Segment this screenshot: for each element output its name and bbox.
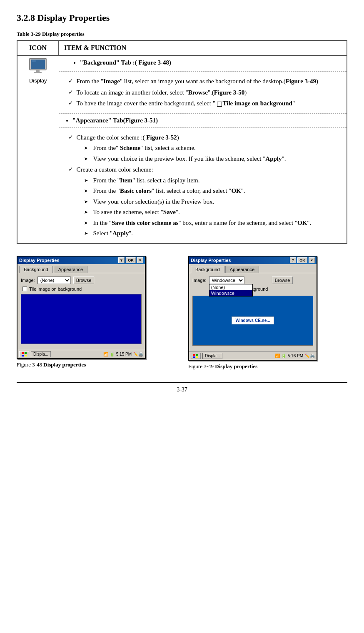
appearance-content-section: Change the color scheme :( Figure 3-52) … — [59, 128, 347, 243]
custom-color-arrows: From the "Item" list, select a display i… — [77, 176, 341, 238]
dialog-body-2: Image: Windowsce (None) (None) Windowsce… — [189, 273, 317, 351]
color-scheme-item: Change the color scheme :( Figure 3-52) … — [67, 133, 341, 164]
tab-appearance-1[interactable]: Appearance — [54, 266, 87, 273]
taskbar-item-2[interactable]: Displa... — [202, 353, 222, 359]
image-select-2[interactable]: Windowsce (None) — [209, 277, 244, 284]
checkbox-inline — [217, 102, 222, 107]
svg-rect-9 — [193, 354, 195, 356]
ok-btn-1[interactable]: OK — [126, 257, 136, 263]
screenshots-row: Display Properties ? OK × Background App… — [17, 256, 347, 370]
svg-rect-8 — [25, 355, 27, 356]
svg-rect-10 — [196, 354, 198, 356]
image-row-1: Image: (None) Browse — [21, 277, 142, 284]
ok-btn-2[interactable]: OK — [297, 257, 307, 263]
figure-3-48-caption: Figure 3-48 Display properties — [17, 361, 86, 368]
appearance-tab-label: "Appearance" Tab(Figure 3-51) — [72, 117, 158, 124]
arrow-scheme-1: From the" Scheme" list, select a scheme. — [84, 143, 341, 153]
clock-2: 📶 🔋 5:16 PM ✏️🖨️ — [275, 354, 315, 358]
background-tab-label: "Background" Tab :( — [80, 59, 137, 66]
browse-btn-2[interactable]: Browse — [272, 277, 293, 284]
figure-3-49-dialog: Display Properties ? OK × Background App… — [188, 256, 317, 361]
ce-logo: Windows CE.ne... — [232, 316, 274, 324]
arrow-custom-2: From the "Basic colors" list, select a c… — [84, 186, 341, 196]
dropdown-list-2: (None) Windowsce — [209, 284, 253, 297]
icon-label: Display — [29, 77, 47, 84]
tile-label-1: Tile image on background — [29, 287, 82, 292]
taskbar-item-1[interactable]: Displa... — [31, 351, 51, 357]
check-item-3: To have the image cover the entire backg… — [67, 99, 341, 108]
tile-checkbox-1[interactable] — [22, 287, 27, 291]
figure-3-48-dialog: Display Properties ? OK × Background App… — [17, 256, 146, 359]
background-check-list: From the "Image" list, select an image y… — [65, 77, 341, 108]
checkbox-row-1: Tile image on background — [22, 287, 142, 292]
custom-color-item: Create a custom color scheme: From the "… — [67, 165, 341, 238]
dialog-title-1: Display Properties — [19, 258, 60, 263]
image-select-1[interactable]: (None) — [37, 277, 71, 284]
svg-rect-4 — [32, 60, 36, 62]
help-btn-2[interactable]: ? — [290, 257, 297, 263]
pen-icon-2: ✏️🖨️ — [305, 354, 315, 358]
background-tab-bullet: "Background" Tab :( Figure 3-48) — [80, 59, 341, 66]
figure-3-48-block: Display Properties ? OK × Background App… — [17, 256, 176, 368]
tabs-1: Background Appearance — [17, 264, 145, 273]
tab-appearance-2[interactable]: Appearance — [225, 266, 259, 273]
help-btn-1[interactable]: ? — [118, 257, 125, 263]
image-label-1: Image: — [21, 278, 35, 283]
svg-rect-6 — [25, 352, 27, 354]
background-checklist-section: From the "Image" list, select an image y… — [59, 72, 347, 114]
check-item-1: From the "Image" list, select an image y… — [67, 77, 341, 86]
page-number: 3-37 — [17, 382, 347, 393]
figure-3-49-block: Display Properties ? OK × Background App… — [188, 256, 347, 370]
tabs-2: Background Appearance — [189, 264, 317, 273]
time-display-2: 5:16 PM — [288, 354, 303, 358]
dropdown-none[interactable]: (None) — [209, 284, 252, 290]
titlebar-btns-2: ? OK × — [290, 257, 315, 263]
arrow-custom-5: In the "Save this color scheme as" box, … — [84, 218, 341, 228]
time-icons-1: 📶 🔋 — [103, 352, 115, 356]
appearance-tab-bullet: "Appearance" Tab(Figure 3-51) — [72, 117, 341, 124]
svg-rect-11 — [193, 356, 195, 358]
check-item-2: To locate an image in another folder, se… — [67, 88, 341, 97]
taskbar-1: Displa... 📶 🔋 5:15 PM ✏️🖨️ — [17, 350, 145, 358]
svg-rect-7 — [22, 355, 24, 356]
svg-rect-3 — [34, 72, 42, 73]
close-btn-1[interactable]: × — [137, 257, 143, 263]
image-row-2: Image: Windowsce (None) (None) Windowsce… — [192, 277, 313, 284]
appearance-tab-section: "Appearance" Tab(Figure 3-51) — [59, 114, 347, 128]
browse-btn-1[interactable]: Browse — [73, 277, 95, 284]
time-icons-2: 📶 🔋 — [275, 354, 286, 358]
icon-cell: Display — [17, 55, 59, 244]
dialog-title-2: Display Properties — [191, 258, 231, 263]
titlebar-1: Display Properties ? OK × — [17, 257, 145, 264]
start-btn-1[interactable] — [19, 351, 29, 357]
figure-3-49-caption: Figure 3-49 Display properties — [188, 363, 257, 370]
col-header-icon: ICON — [17, 40, 59, 55]
section-title: 3.2.8 Display Properties — [17, 12, 347, 23]
background-tab-section: "Background" Tab :( Figure 3-48) — [59, 56, 347, 72]
arrow-scheme-2: View your choice in the preview box. If … — [84, 154, 341, 164]
preview-2: Windows CE.ne... — [192, 296, 313, 346]
dropdown-windowsce[interactable]: Windowsce — [209, 290, 252, 296]
tab-background-1[interactable]: Background — [19, 266, 53, 273]
arrow-custom-4: To save the scheme, select "Save". — [84, 207, 341, 217]
main-table: ICON ITEM & FUNCTION — [17, 40, 347, 244]
content-cell: "Background" Tab :( Figure 3-48) From th… — [59, 55, 347, 244]
pen-icon-1: ✏️🖨️ — [133, 352, 143, 356]
figure-3-48-ref: Figure 3-48 — [139, 59, 169, 66]
color-scheme-arrows: From the" Scheme" list, select a scheme.… — [77, 143, 341, 163]
taskbar-2: Displa... 📶 🔋 5:16 PM ✏️🖨️ — [189, 351, 317, 360]
svg-rect-12 — [196, 356, 198, 358]
start-btn-2[interactable] — [191, 353, 201, 359]
appearance-check-list: Change the color scheme :( Figure 3-52) … — [65, 133, 341, 238]
arrow-custom-6: Select "Apply". — [84, 229, 341, 238]
arrow-custom-3: View your color selection(s) in the Prev… — [84, 197, 341, 207]
table-caption: Table 3-29 Display properties — [17, 31, 347, 37]
close-btn-2[interactable]: × — [309, 257, 315, 263]
time-display-1: 5:15 PM — [116, 352, 132, 356]
titlebar-2: Display Properties ? OK × — [189, 257, 317, 264]
dialog-body-1: Image: (None) Browse Tile image on backg… — [17, 273, 145, 350]
col-header-function: ITEM & FUNCTION — [59, 40, 347, 55]
arrow-custom-1: From the "Item" list, select a display i… — [84, 176, 341, 185]
svg-rect-5 — [22, 352, 24, 354]
tab-background-2[interactable]: Background — [191, 266, 224, 273]
